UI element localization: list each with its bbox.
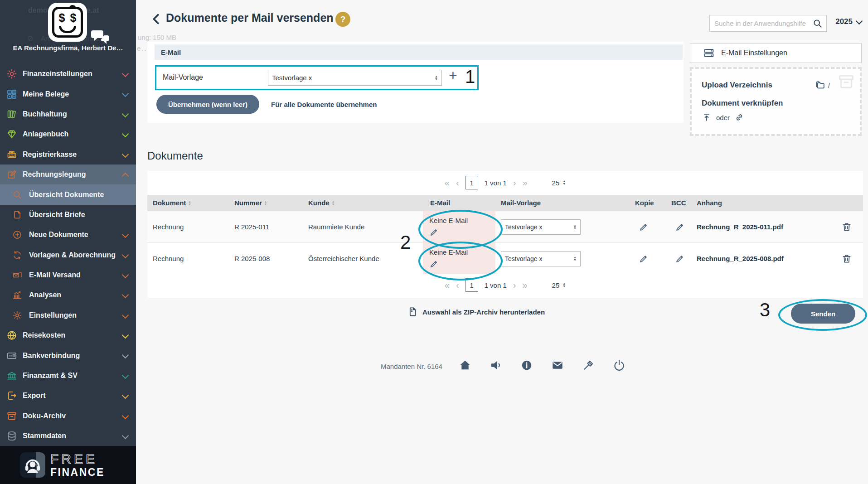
pagination-top: «‹11 von 1›»25▲▼ — [147, 176, 863, 189]
cell-nummer: R 2025-008 — [234, 255, 308, 262]
sidebar-item-anlagenbuch[interactable]: Anlagenbuch — [0, 124, 136, 144]
next-page-button[interactable]: › — [513, 281, 516, 290]
current-page-input[interactable]: 1 — [466, 176, 478, 189]
sidebar-item-bankverbindung[interactable]: Bankverbindung — [0, 345, 136, 365]
sidebar-item-label: Übersicht Dokumente — [29, 191, 104, 199]
next-page-button[interactable]: › — [513, 178, 516, 187]
sort-icon[interactable]: ▲▼ — [332, 200, 335, 205]
column-header: Mail-Vorlage — [501, 199, 635, 207]
sidebar-item-registrierkasse[interactable]: Registrierkasse — [0, 145, 136, 165]
trash-icon[interactable] — [841, 222, 852, 232]
sidebar-item-label: Doku-Archiv — [23, 412, 66, 420]
brand-text: FREE FINANCE — [50, 452, 105, 478]
column-header: BCC — [671, 199, 697, 207]
select-spinner-icon: ▲▼ — [435, 75, 438, 81]
page-title: Dokumente per Mail versenden — [166, 11, 334, 24]
edit-email-pencil-icon[interactable] — [429, 259, 439, 269]
year-select[interactable]: 2025 — [835, 17, 862, 26]
year-value: 2025 — [835, 17, 853, 26]
sidebar-item-export[interactable]: Export — [0, 386, 136, 406]
email-settings-label: E-Mail Einstellungen — [721, 49, 787, 57]
attachment-link[interactable]: Rechnung_R_2025-008.pdf — [697, 255, 784, 262]
brand-line1: FREE — [50, 452, 105, 466]
oder-label: oder — [716, 114, 730, 121]
sidebar-item-einstellungen[interactable]: Einstellungen — [0, 305, 136, 325]
prev-page-button[interactable]: ‹ — [456, 281, 459, 290]
sidebar-item-analysen[interactable]: Analysen — [0, 285, 136, 305]
sidebar-item-neue-dokumente[interactable]: Neue Dokumente — [0, 225, 136, 245]
sidebar-item-reisekosten[interactable]: Reisekosten — [0, 325, 136, 345]
row-mail-vorlage-select[interactable]: Testvorlage x▲▼ — [501, 219, 581, 235]
attachment-link[interactable]: Rechnung_R_2025-011.pdf — [697, 223, 783, 231]
uebernehmen-button[interactable]: Übernehmen (wenn leer) — [156, 95, 259, 114]
page-size-select[interactable]: 25▲▼ — [552, 179, 566, 187]
edit-kopie-pencil-icon[interactable] — [639, 222, 649, 232]
sidebar-item-uebersicht-dokumente[interactable]: Übersicht Dokumente — [0, 184, 136, 204]
current-page-input[interactable]: 1 — [466, 278, 478, 292]
last-page-button[interactable]: » — [522, 178, 527, 187]
prev-page-button[interactable]: ‹ — [456, 178, 459, 187]
annotation-number-2: 2 — [400, 232, 411, 253]
first-page-button[interactable]: « — [445, 281, 450, 290]
column-header[interactable]: Kunde▲▼ — [308, 199, 430, 207]
zip-download-label: Auswahl als ZIP-Archiv herunterladen — [422, 308, 545, 316]
tools-icon[interactable] — [582, 359, 595, 372]
mail-vorlage-value: Testvorlage x — [272, 74, 312, 82]
gear-icon — [12, 310, 22, 320]
first-page-button[interactable]: « — [445, 178, 450, 187]
column-header[interactable]: Dokument▲▼ — [153, 199, 234, 207]
back-button[interactable] — [150, 12, 163, 26]
sidebar-item-finanzeinstellungen[interactable]: Finanzeinstellungen — [0, 64, 136, 84]
upload-dropzone[interactable]: Upload Verzeichnis / Dokument verknüpfen… — [690, 67, 862, 136]
trash-icon[interactable] — [841, 253, 852, 264]
sidebar-item-buchhaltung[interactable]: Buchhaltung — [0, 104, 136, 124]
info-icon[interactable] — [520, 359, 533, 372]
apply-all-link[interactable]: Für alle Dokumente übernehmen — [271, 101, 377, 108]
help-icon[interactable]: ? — [335, 12, 350, 27]
sidebar-item-rechnungslegung[interactable]: Rechnungslegung — [0, 165, 136, 184]
page-size-select[interactable]: 25▲▼ — [552, 281, 566, 289]
edit-icon — [6, 169, 17, 180]
sidebar-item-doku-archiv[interactable]: Doku-Archiv — [0, 406, 136, 426]
edit-bcc-pencil-icon[interactable] — [675, 222, 685, 232]
select-spinner-icon: ▲▼ — [563, 282, 566, 288]
globe-icon — [6, 330, 17, 341]
sidebar-item-stammdaten[interactable]: Stammdaten — [0, 426, 136, 446]
column-header[interactable]: Nummer▲▼ — [234, 199, 308, 207]
senden-button[interactable]: Senden — [791, 304, 855, 324]
power-icon[interactable] — [613, 359, 626, 372]
sidebar-item-uebersicht-briefe[interactable]: Übersicht Briefe — [0, 205, 136, 225]
company-name[interactable]: EA Rechnungsfirma, Herbert De… — [0, 44, 136, 52]
choose-folder-button[interactable]: / — [815, 80, 830, 91]
email-settings-button[interactable]: E-Mail Einstellungen — [690, 43, 862, 63]
db-icon — [6, 431, 17, 441]
search-icon[interactable] — [812, 18, 823, 29]
edit-bcc-pencil-icon[interactable] — [675, 254, 685, 264]
smiley-logo-icon: $$ — [48, 3, 87, 42]
upload-icon[interactable] — [702, 112, 712, 122]
sidebar-item-meine-belege[interactable]: Meine Belege — [0, 84, 136, 104]
chevron-down-icon — [122, 111, 129, 118]
last-page-button[interactable]: » — [522, 281, 527, 290]
grid-icon — [6, 89, 17, 100]
edit-kopie-pencil-icon[interactable] — [639, 254, 649, 264]
zip-download-link[interactable]: Auswahl als ZIP-Archiv herunterladen — [407, 306, 545, 317]
sidebar-item-label: Export — [23, 392, 46, 400]
link-icon[interactable] — [734, 112, 744, 122]
plus-icon — [12, 230, 22, 240]
sort-icon[interactable]: ▲▼ — [188, 200, 191, 205]
search-input[interactable] — [710, 19, 812, 27]
sort-icon[interactable]: ▲▼ — [264, 200, 267, 205]
sidebar-item-finanzamt-sv[interactable]: Finanzamt & SV — [0, 366, 136, 386]
sidebar-item-vorlagen-aborechnung[interactable]: Vorlagen & Aborechnung — [0, 245, 136, 265]
home-icon[interactable] — [459, 359, 471, 372]
mail-vorlage-select[interactable]: Testvorlage x ▲▼ — [268, 70, 442, 86]
cell-dokument: Rechnung — [153, 223, 234, 231]
megaphone-icon[interactable] — [490, 359, 502, 372]
envelope-icon[interactable] — [551, 359, 564, 372]
sidebar-item-email-versand[interactable]: E-Mail Versand — [0, 265, 136, 285]
archive-icon — [6, 411, 17, 421]
add-vorlage-button[interactable]: + — [449, 67, 457, 84]
row-mail-vorlage-select[interactable]: Testvorlage x▲▼ — [501, 251, 581, 266]
edit-email-pencil-icon[interactable] — [429, 227, 439, 237]
